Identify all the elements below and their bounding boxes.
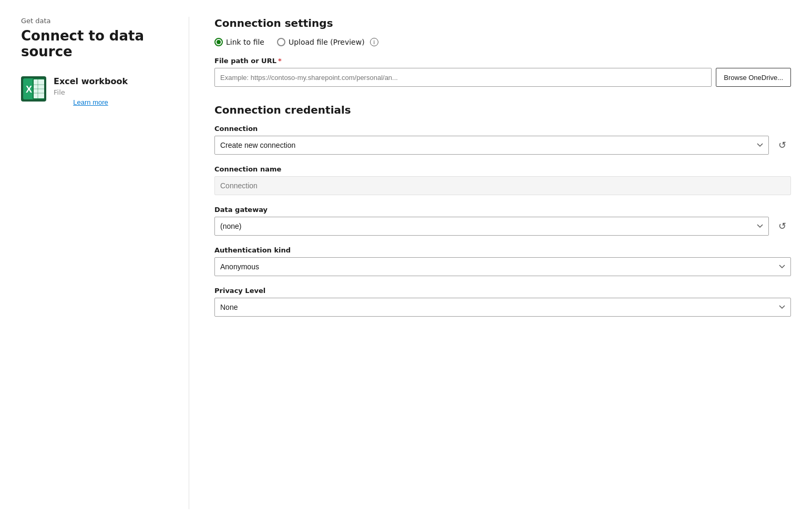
connection-refresh-button[interactable]: ↺ — [773, 136, 791, 154]
radio-link-to-file[interactable]: Link to file — [214, 38, 264, 46]
auth-kind-field: Authentication kind Anonymous Organizati… — [214, 246, 791, 276]
connection-credentials-title: Connection credentials — [214, 104, 791, 116]
radio-group: Link to file Upload file (Preview) i — [214, 38, 791, 46]
radio-circle-upload — [277, 38, 285, 46]
connection-name-field: Connection name — [214, 165, 791, 195]
connection-name-input[interactable] — [214, 176, 791, 195]
auth-kind-label: Authentication kind — [214, 246, 791, 254]
radio-upload-file[interactable]: Upload file (Preview) i — [277, 38, 378, 46]
connection-settings-title: Connection settings — [214, 17, 791, 29]
connection-label: Connection — [214, 125, 791, 133]
learn-more-link[interactable]: Learn more — [54, 98, 128, 106]
privacy-level-dropdown[interactable]: None Public Organizational Private — [214, 298, 791, 317]
svg-text:X: X — [26, 84, 32, 95]
connector-type: File — [54, 88, 128, 96]
radio-label-upload: Upload file (Preview) — [289, 38, 365, 46]
required-star: * — [278, 57, 282, 65]
left-panel: Get data Connect to data source X Excel … — [21, 17, 189, 509]
connection-name-label: Connection name — [214, 165, 791, 173]
privacy-level-field: Privacy Level None Public Organizational… — [214, 287, 791, 317]
data-gateway-dropdown[interactable]: (none) — [214, 217, 769, 236]
breadcrumb: Get data — [21, 17, 168, 25]
radio-circle-link — [214, 38, 223, 46]
right-panel: Connection settings Link to file Upload … — [189, 17, 791, 509]
privacy-level-label: Privacy Level — [214, 287, 791, 295]
file-path-input-row: Browse OneDrive... — [214, 68, 791, 87]
connection-credentials-section: Connection credentials Connection Create… — [214, 104, 791, 317]
connection-settings-section: Connection settings Link to file Upload … — [214, 17, 791, 87]
connection-dropdown-row: Create new connection ↺ — [214, 136, 791, 155]
connector-details: Excel workbook File Learn more — [54, 76, 128, 106]
file-path-input[interactable] — [214, 68, 712, 87]
data-gateway-label: Data gateway — [214, 206, 791, 214]
data-gateway-field: Data gateway (none) ↺ — [214, 206, 791, 236]
data-gateway-refresh-button[interactable]: ↺ — [773, 217, 791, 235]
excel-icon: X — [21, 76, 46, 102]
browse-onedrive-button[interactable]: Browse OneDrive... — [716, 68, 791, 87]
connector-info: X Excel workbook File Learn more — [21, 76, 168, 106]
page-title: Connect to data source — [21, 28, 168, 59]
privacy-level-dropdown-row: None Public Organizational Private — [214, 298, 791, 317]
connector-name: Excel workbook — [54, 76, 128, 86]
file-path-label: File path or URL * — [214, 57, 791, 65]
data-gateway-dropdown-row: (none) ↺ — [214, 217, 791, 236]
connection-dropdown[interactable]: Create new connection — [214, 136, 769, 155]
radio-label-link: Link to file — [226, 38, 264, 46]
auth-kind-dropdown-row: Anonymous Organizational account Windows — [214, 257, 791, 276]
auth-kind-dropdown[interactable]: Anonymous Organizational account Windows — [214, 257, 791, 276]
connection-field: Connection Create new connection ↺ — [214, 125, 791, 155]
file-path-field: File path or URL * Browse OneDrive... — [214, 57, 791, 87]
info-icon[interactable]: i — [370, 38, 378, 46]
